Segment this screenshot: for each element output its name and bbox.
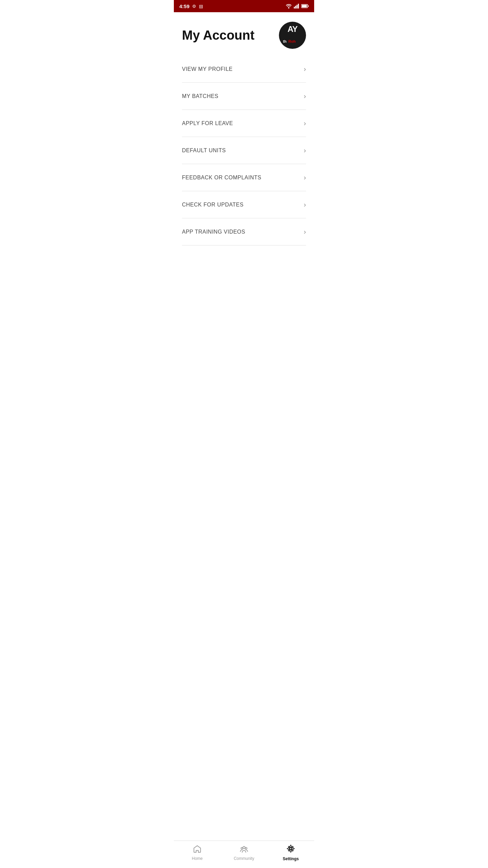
svg-rect-7 — [308, 5, 309, 7]
menu-item-default-units[interactable]: DEFAULT UNITS› — [182, 137, 306, 164]
wifi-icon — [286, 4, 292, 8]
chevron-icon-feedback-or-complaints: › — [304, 174, 306, 181]
settings-status-icon: ⚙ — [192, 4, 196, 9]
page-title: My Account — [182, 28, 255, 43]
chevron-icon-app-training-videos: › — [304, 228, 306, 236]
avatar-sub2: Roh — [288, 39, 296, 43]
menu-item-my-batches[interactable]: MY BATCHES› — [182, 83, 306, 110]
battery-icon — [301, 4, 309, 8]
chevron-icon-my-batches: › — [304, 92, 306, 100]
status-bar-right — [286, 4, 309, 8]
clipboard-status-icon: ▤ — [199, 4, 203, 9]
avatar[interactable]: AY th Roh — [279, 22, 306, 49]
svg-rect-2 — [295, 6, 296, 8]
avatar-initials: AY — [287, 24, 297, 34]
svg-rect-4 — [298, 4, 299, 8]
menu-item-label-default-units: DEFAULT UNITS — [182, 147, 226, 154]
svg-rect-1 — [294, 7, 295, 8]
menu-item-check-for-updates[interactable]: CHECK FOR UPDATES› — [182, 191, 306, 218]
menu-item-feedback-or-complaints[interactable]: FEEDBACK OR COMPLAINTS› — [182, 164, 306, 191]
menu-item-app-training-videos[interactable]: APP TRAINING VIDEOS› — [182, 218, 306, 245]
status-bar-left: 4:59 ⚙ ▤ — [179, 3, 203, 9]
status-time: 4:59 — [179, 3, 189, 9]
chevron-icon-view-my-profile: › — [304, 65, 306, 73]
signal-icon — [294, 4, 299, 8]
menu-item-label-my-batches: MY BATCHES — [182, 93, 219, 99]
menu-item-label-feedback-or-complaints: FEEDBACK OR COMPLAINTS — [182, 175, 261, 181]
status-bar: 4:59 ⚙ ▤ — [174, 0, 314, 12]
chevron-icon-default-units: › — [304, 146, 306, 154]
menu-item-label-check-for-updates: CHECK FOR UPDATES — [182, 202, 244, 208]
avatar-sub1: th — [283, 39, 286, 43]
menu-item-label-view-my-profile: VIEW MY PROFILE — [182, 66, 232, 72]
chevron-icon-apply-for-leave: › — [304, 119, 306, 127]
menu-item-label-apply-for-leave: APPLY FOR LEAVE — [182, 120, 233, 126]
svg-rect-6 — [302, 5, 307, 7]
menu-item-apply-for-leave[interactable]: APPLY FOR LEAVE› — [182, 110, 306, 137]
menu-list: VIEW MY PROFILE›MY BATCHES›APPLY FOR LEA… — [174, 56, 314, 245]
menu-item-view-my-profile[interactable]: VIEW MY PROFILE› — [182, 56, 306, 83]
svg-rect-3 — [297, 5, 298, 8]
svg-point-0 — [288, 7, 289, 8]
chevron-icon-check-for-updates: › — [304, 201, 306, 209]
page-header: My Account AY th Roh — [174, 12, 314, 56]
menu-item-label-app-training-videos: APP TRAINING VIDEOS — [182, 229, 245, 235]
